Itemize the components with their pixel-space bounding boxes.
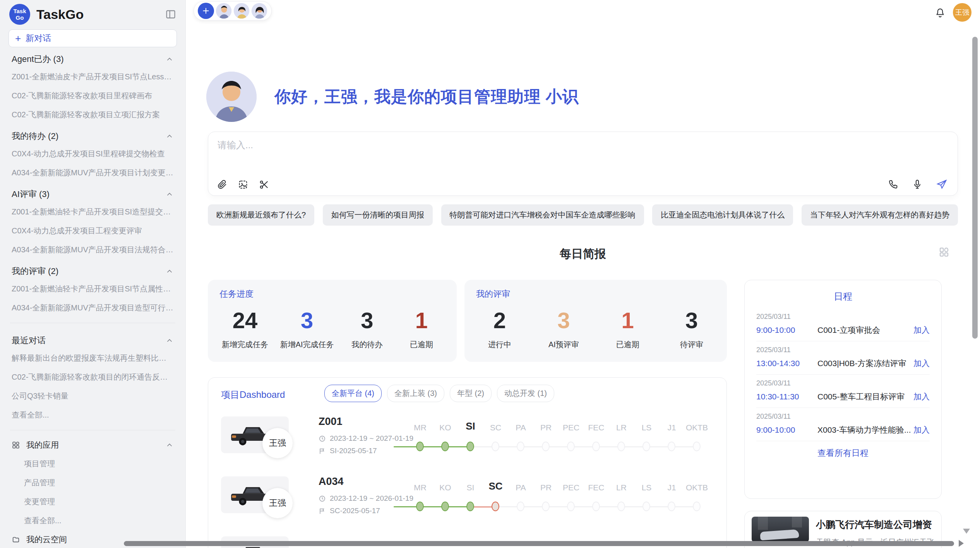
my-review-card: 我的评审 2 进行中 3 AI预评审 1 已逾期 3 待评审 — [464, 280, 727, 362]
section-my-todo: 我的待办 (2) C0X4-动力总成开发项目SI里程碑提交物检查 A034-全新… — [9, 124, 177, 182]
app-item-product-mgmt[interactable]: 产品管理 — [9, 473, 177, 492]
suggestion-chip[interactable]: 如何写一份清晰的项目周报 — [323, 204, 433, 226]
apps-grid-icon — [12, 441, 20, 449]
recent-chat-item[interactable]: 公司Q3轻卡销量 — [9, 387, 177, 406]
schedule-item: 2025/03/11 9:00-10:00 C001-立项审批会 加入 — [756, 308, 930, 341]
horizontal-scrollbar[interactable] — [124, 541, 954, 546]
task-item[interactable]: Z001-全新燃油轻卡产品开发项目SI造型提交物评审 — [9, 202, 177, 221]
new-chat-button[interactable]: + 新对话 — [9, 29, 177, 47]
scroll-right-arrow[interactable] — [959, 540, 964, 547]
recent-chat-item[interactable]: 解释最新出台的欧盟报废车法规再生塑料比例被调至15%... — [9, 349, 177, 368]
chat-input[interactable] — [218, 139, 798, 166]
chevron-up-icon[interactable] — [165, 441, 174, 449]
filter-chip-upfit[interactable]: 全新上装 (3) — [387, 385, 444, 402]
schedule-date: 2025/03/11 — [756, 313, 930, 321]
section-title: AI评审 (3) — [12, 188, 50, 200]
join-link[interactable]: 加入 — [913, 358, 930, 369]
avatar[interactable] — [251, 3, 267, 19]
app-root: Task Go TaskGo + 新对话 Agent已办 (3) Z001-全新… — [0, 0, 980, 548]
task-progress-card: 任务进度 24 新增完成任务 3 新增AI完成任务 3 我的待办 1 已逾期 — [208, 280, 457, 362]
section-header[interactable]: Agent已办 (3) — [9, 47, 177, 67]
task-item[interactable]: C02-飞腾新能源轻客改款项目立项汇报方案 — [9, 105, 177, 124]
user-name: 王强 — [955, 8, 969, 17]
schedule-name: C001-立项审批会 — [814, 325, 913, 336]
card-title: 我的评审 — [476, 288, 715, 300]
clock-icon — [319, 435, 326, 442]
section-header[interactable]: 我的评审 (2) — [9, 259, 177, 279]
suggestion-chip[interactable]: 比亚迪全固态电池计划具体说了什么 — [652, 204, 793, 226]
stat-review-overdue: 1 已逾期 — [607, 305, 649, 350]
sidebar-item-my-apps[interactable]: 我的应用 — [9, 436, 177, 454]
join-link[interactable]: 加入 — [913, 391, 930, 402]
join-link[interactable]: 加入 — [913, 325, 930, 336]
image-upload-icon[interactable] — [238, 179, 248, 190]
input-toolbar — [217, 179, 269, 190]
chevron-up-icon[interactable] — [165, 132, 174, 140]
clock-icon — [319, 495, 326, 502]
task-item[interactable]: C0X4-动力总成开发项目工程变更评审 — [9, 221, 177, 240]
avatar[interactable] — [233, 3, 250, 19]
app-item-change-mgmt[interactable]: 变更管理 — [9, 492, 177, 511]
chevron-up-icon[interactable] — [165, 336, 174, 345]
user-avatar[interactable]: 王强 — [953, 3, 971, 22]
project-dates: 2023-12-19 ~ 2027-01-19 — [319, 434, 413, 443]
dates-text: 2023-12-19 ~ 2027-01-19 — [330, 434, 413, 443]
microphone-icon[interactable] — [912, 179, 923, 190]
stat-label: 新增AI完成任务 — [280, 339, 334, 350]
schedule-item: 2025/03/11 13:00-14:30 C003|H0B-方案冻结评审 加… — [756, 341, 930, 375]
schedule-time: 9:00-10:00 — [756, 325, 814, 335]
send-icon[interactable] — [936, 178, 947, 190]
attachment-icon[interactable] — [217, 179, 228, 190]
task-item[interactable]: C02-飞腾新能源轻客改款项目里程碑画布 — [9, 86, 177, 105]
section-header[interactable]: 最近对话 — [9, 329, 177, 349]
suggestion-chip[interactable]: 当下年轻人对汽车外观有怎样的喜好趋势 — [802, 204, 958, 226]
view-all-chats[interactable]: 查看全部... — [9, 406, 177, 425]
task-item[interactable]: A034-全新新能源MUV产品开发项目法规符合性评审 — [9, 240, 177, 259]
notification-bell-icon[interactable] — [934, 7, 946, 19]
filter-chip-powertrain[interactable]: 动总开发 (1) — [497, 385, 554, 402]
project-dates: 2023-12-19 ~ 2026-01-19 — [319, 494, 413, 503]
schedule-name: C005-整车工程目标评审 — [814, 391, 913, 402]
add-agent-button[interactable] — [198, 3, 214, 19]
voice-call-icon[interactable] — [888, 179, 899, 190]
task-item[interactable]: Z001-全新燃油轻卡产品开发项目SI节点属性5D文件评审 — [9, 279, 177, 298]
flag-icon — [319, 447, 326, 455]
stat-overdue: 1 已逾期 — [400, 305, 443, 350]
stat-label: 我的待办 — [346, 339, 388, 350]
recent-chat-item[interactable]: C02-飞腾新能源轻客改款项目的闭环通告反馈情况 — [9, 368, 177, 387]
task-item[interactable]: Z001-全新燃油皮卡产品开发项目SI节点Lesson Learn报告 — [9, 67, 177, 86]
stat-ai-prereview: 3 AI预评审 — [542, 305, 585, 350]
section-header[interactable]: AI评审 (3) — [9, 182, 177, 202]
chevron-up-icon[interactable] — [165, 55, 174, 63]
section-header[interactable]: 我的待办 (2) — [9, 124, 177, 144]
app-item-project-mgmt[interactable]: 项目管理 — [9, 454, 177, 473]
vertical-scrollbar[interactable] — [972, 37, 978, 339]
stat-pending-review: 3 待评审 — [670, 305, 713, 350]
schedule-name: X003-车辆动力学性能验... — [814, 425, 913, 435]
avatar[interactable] — [216, 3, 232, 19]
layout-grid-icon[interactable] — [938, 246, 950, 258]
stat-label: AI预评审 — [542, 339, 585, 350]
filter-chip-platform[interactable]: 全新平台 (4) — [324, 385, 382, 402]
project-row[interactable]: 王强 Z001 2023-12-19 ~ 2027-01-19 SI-2025-… — [208, 413, 727, 474]
collapse-sidebar-icon[interactable] — [165, 9, 176, 20]
filter-chip-year-model[interactable]: 年型 (2) — [450, 385, 492, 402]
suggestion-chip[interactable]: 特朗普可能对进口汽车增税会对中国车企造成哪些影响 — [441, 204, 644, 226]
project-milestone-flag: SI-2025-05-17 — [319, 447, 377, 455]
scroll-down-arrow[interactable] — [963, 529, 970, 534]
task-item[interactable]: A034-全新新能源MUV产品开发项目计划变更表编写 — [9, 163, 177, 182]
project-row[interactable]: 王强 A034 2023-12-19 ~ 2026-01-19 SC-2025-… — [208, 473, 727, 534]
screenshot-scissors-icon[interactable] — [259, 179, 269, 190]
input-actions — [888, 178, 947, 190]
suggestion-chip[interactable]: 欧洲新规最近颁布了什么? — [208, 204, 314, 226]
view-all-schedule-link[interactable]: 查看所有日程 — [756, 441, 930, 459]
chevron-up-icon[interactable] — [165, 267, 174, 276]
task-item[interactable]: A034-全新新能源MUV产品开发项目造型可行性评审 — [9, 298, 177, 317]
task-item[interactable]: C0X4-动力总成开发项目SI里程碑提交物检查 — [9, 144, 177, 163]
join-link[interactable]: 加入 — [913, 425, 930, 435]
schedule-card: 日程 2025/03/11 9:00-10:00 C001-立项审批会 加入 2… — [744, 280, 942, 499]
view-all-apps[interactable]: 查看全部... — [9, 511, 177, 530]
chevron-up-icon[interactable] — [165, 190, 174, 199]
project-code: A034 — [319, 476, 344, 488]
section-my-review: 我的评审 (2) Z001-全新燃油轻卡产品开发项目SI节点属性5D文件评审 A… — [9, 259, 177, 317]
